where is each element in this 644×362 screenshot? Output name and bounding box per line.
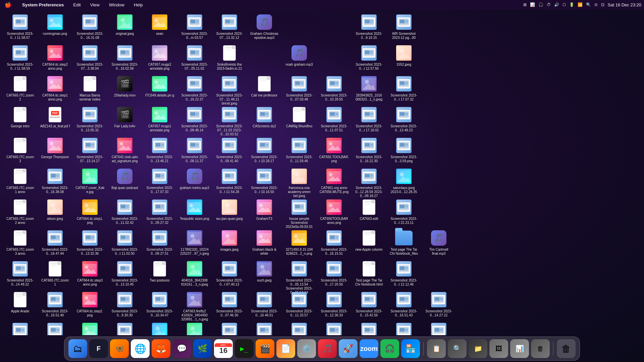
desktop-icon-119[interactable]: Screenshot 2023-0...t 11.58.04 xyxy=(38,320,72,335)
desktop-icon-122[interactable]: frank.jpeg xyxy=(143,320,176,335)
desktop-icon-30[interactable]: 283943825_1016 000323...1_n.jpeg xyxy=(352,74,386,103)
desktop-icon-124[interactable]: Screenshot 2023-10...23.15 xyxy=(213,320,246,335)
desktop-icon-24[interactable]: ITC649.details.pn g xyxy=(143,74,176,99)
desktop-icon-100[interactable]: ouch.jpeg xyxy=(248,259,281,284)
desktop-icon-95[interactable]: CAT664.itc.step3 anno.png xyxy=(73,259,107,288)
desktop-icon-36[interactable]: CAT657.mugs1 annotate.png xyxy=(143,105,176,134)
desktop-icon-60[interactable]: Screenshot 2023-0...17.07.33 xyxy=(143,166,176,195)
desktop-icon-82[interactable]: Screenshot 2023-0...13.32.36 xyxy=(73,228,107,257)
desktop-icon-53[interactable]: CAT656.TOOLBAR. png xyxy=(317,135,351,165)
desktop-icon-48[interactable]: Screenshot 2023-0...13.46.21 xyxy=(143,135,176,165)
desktop-icon-8[interactable]: Screenshot 2023-0...9.16.15 xyxy=(352,12,386,41)
desktop-icon-89[interactable]: Screenshot 2023-0...16.15.51 xyxy=(317,228,351,257)
desktop-icon-111[interactable]: Screenshot 2023-0...07.46.30 xyxy=(213,290,246,319)
desktop-icon-91[interactable]: Test page The Tai Chi Notebook_files xyxy=(387,228,421,257)
menu-edit[interactable]: Edit xyxy=(71,2,83,8)
desktop-icon-50[interactable]: Screenshot 2023-0...09.41.40 xyxy=(213,135,246,165)
desktop-icon-10[interactable]: Screenshot 2023-0...t 11.58.59 xyxy=(3,43,37,72)
menu-help[interactable]: Help xyxy=(132,2,145,8)
desktop-icon-55[interactable]: Screenshot 2023-0...3.59.png xyxy=(387,135,421,165)
desktop-icon-67[interactable]: saturdays.jpeg 2023-0...12.28.35 xyxy=(387,166,421,195)
desktop-icon-23[interactable]: 🎬25fairlady.mov xyxy=(108,74,142,99)
desktop-icon-20[interactable]: CAT665.ITC.zoom 2 xyxy=(3,74,37,103)
desktop-icon-65[interactable]: CAT661.org anno CAT656.MUTE.png xyxy=(317,166,351,195)
menubar-icon-cast[interactable]: ⊡ xyxy=(601,2,604,7)
dock-finder[interactable]: 🗂 xyxy=(68,339,87,358)
desktop-icon-112[interactable]: Screenshot 2023-0...16.46.51 xyxy=(248,290,281,319)
desktop-icon-94[interactable]: CAT665.ITC.zoom 1 xyxy=(38,259,72,288)
app-menu-title[interactable]: System Preferences xyxy=(20,2,66,8)
desktop-icon-19[interactable]: 1552.jpeg xyxy=(387,43,421,68)
desktop-icon-11[interactable]: CAT664.itc.step2 anno.png xyxy=(38,43,72,72)
desktop-icon-9[interactable]: WR Screenshot 2023-12 pg...00 xyxy=(387,12,421,41)
dock-trash[interactable]: 🗑 xyxy=(557,339,576,358)
desktop-icon-96[interactable]: Screenshot 2023-0...13.10.45 xyxy=(108,259,142,288)
dock-recent-3[interactable]: 📁 xyxy=(469,339,487,358)
desktop-icon-121[interactable]: Screenshot 2023-0...14.21.25 xyxy=(108,320,142,335)
dock-music[interactable]: 🎵 xyxy=(318,339,337,358)
dock-elytra[interactable]: 🦋 xyxy=(110,339,129,358)
desktop-icon-110[interactable]: CAT663.firefly2 416924_3454493 320891...… xyxy=(178,290,211,323)
desktop-icon-74[interactable]: wu-jian-quan.jpeg xyxy=(213,197,246,222)
dock-slack[interactable]: 💬 xyxy=(172,339,191,358)
dock-spotify[interactable]: 🎧 xyxy=(380,339,399,358)
desktop-icon-64[interactable]: francesca.voa academy.sreen bel.jpeg xyxy=(282,166,316,199)
desktop-icon-21[interactable]: CAT664.itc.step1 anno.png xyxy=(38,74,72,103)
desktop-icon-77[interactable]: CAT656TOOLBAR anno.png xyxy=(317,197,351,226)
menu-window[interactable]: Window xyxy=(107,2,126,8)
dock-firefox[interactable]: 🦊 xyxy=(152,339,170,358)
desktop-icon-103[interactable]: Test page The Tai Chi Notebook.html xyxy=(352,259,386,288)
menu-view[interactable]: View xyxy=(88,2,102,8)
dock-chrome[interactable]: 🌐 xyxy=(131,339,150,358)
desktop-icon-61[interactable]: 🎵graham metro.aup3 xyxy=(178,166,211,191)
desktop-icon-46[interactable]: Screenshot 2023-07...13.14.27 xyxy=(73,135,107,165)
desktop-icon-107[interactable]: CAT664.itc.step2. png xyxy=(73,290,107,319)
desktop-icon-115[interactable]: Screenshot 2023-0...15.42.56 xyxy=(352,290,386,319)
desktop-icon-37[interactable]: Screenshot 2023-0...09.46.14 xyxy=(178,105,211,134)
dock-calendar[interactable]: DEC 16 xyxy=(214,339,233,358)
desktop-icon-59[interactable]: 🎵Baji quan podcast xyxy=(108,166,142,191)
desktop-icon-85[interactable]: 117892320_10224 225237...97_n.jpeg xyxy=(178,228,211,257)
dock-sysprefs[interactable]: ⚙️ xyxy=(297,339,316,358)
desktop-icon-84[interactable]: Screenshot 2023-0...09.27.51 xyxy=(143,228,176,257)
desktop-icon-45[interactable]: George Thompson xyxy=(38,135,72,161)
desktop-icon-113[interactable]: Screenshot 2023-0...11.33.57 xyxy=(282,290,316,319)
desktop-icon-13[interactable]: Screenshot 2023-0...16.02.58 xyxy=(108,43,142,72)
desktop-icon-97[interactable]: Two postures xyxy=(143,259,176,284)
dock-recent-4[interactable]: 🖼 xyxy=(489,339,508,358)
dock-recent-2[interactable]: 🔍 xyxy=(448,339,467,358)
menubar-icon-search[interactable]: 🔍 xyxy=(586,2,591,7)
desktop-icon-0[interactable]: Screenshot 2023-0...t 11.58.07 xyxy=(3,12,37,41)
desktop-icon-104[interactable]: Screenshot 2023-0...t 12.12.46 xyxy=(387,259,421,288)
desktop-icon-116[interactable]: Screenshot 2023-0...16.51.43 xyxy=(387,290,421,319)
desktop-icon-28[interactable]: Screenshot 2023-0...07.03.48 xyxy=(282,74,316,103)
desktop-icon-32[interactable]: George intro xyxy=(3,105,37,130)
desktop-icon-4[interactable]: sean xyxy=(143,12,176,37)
desktop-icon-27[interactable]: Call me professor xyxy=(248,74,281,99)
desktop-icon-54[interactable]: Screenshot 2023-0...16.22.30 xyxy=(352,135,386,165)
desktop-icon-127[interactable]: Screenshot 2023-0...16.58.24 xyxy=(317,320,351,335)
desktop-icon-26[interactable]: Screenshot 2023-07...11.48.21 brexit.jpe… xyxy=(213,74,246,107)
desktop-icon-12[interactable]: Screenshot 2023-07...3.38.04 xyxy=(73,43,107,72)
desktop-icon-99[interactable]: Screenshot 2023-0...t 07.40.13 xyxy=(213,259,246,288)
desktop-icon-62[interactable]: Screenshot 2023-0...t 11.54.28 xyxy=(213,166,246,195)
desktop-icon-71[interactable]: Screenshot 2023-0...11.02.42 xyxy=(108,197,142,226)
desktop-icon-34[interactable]: Screenshot 2023-0...13.05.32 xyxy=(73,105,107,134)
desktop-icon-78[interactable]: CAT663.edit xyxy=(352,197,386,222)
desktop-icon-80[interactable]: CAT665.ITC.zoom 3 anno xyxy=(3,228,37,257)
desktop-icon-109[interactable]: Screenshot 2023-0...10.34.47 xyxy=(143,290,176,319)
desktop-icon-66[interactable]: Screenshot 2023-0...12.28.58 2023-0...09… xyxy=(352,166,386,199)
desktop-icon-56[interactable]: CAT665.ITC.zoom 1 anno xyxy=(3,166,37,195)
desktop-icon-108[interactable]: Screenshot 2023-0...9.30.30 xyxy=(108,290,142,319)
desktop-icon-126[interactable]: Screenshot 2023-0...09.33.53 xyxy=(282,320,316,335)
desktop-icon-44[interactable]: CAT665.ITC.zoom 3 xyxy=(3,135,37,165)
desktop-icon-41[interactable]: Screenshot 2023-0...11.07.51 xyxy=(317,105,351,134)
desktop-icon-118[interactable]: Screenshot 2023-0...t 14.50.19 xyxy=(3,320,37,335)
dock-terminal[interactable]: ▶_ xyxy=(235,339,254,358)
desktop-icon-7[interactable]: 🎵Graham Christmas epsidoe.aup3 xyxy=(248,12,281,41)
dock-appstore[interactable]: 🏪 xyxy=(401,339,420,358)
desktop-icon-128[interactable]: Screenshot 2023-0...10.28.10 xyxy=(352,320,386,335)
desktop-icon-17[interactable]: 🎵noah graham.mp3 xyxy=(282,43,316,68)
dock-recent-5[interactable]: 📊 xyxy=(510,339,529,358)
desktop-icon-106[interactable]: Screenshot 2023-0...16.51.40 xyxy=(38,290,72,319)
